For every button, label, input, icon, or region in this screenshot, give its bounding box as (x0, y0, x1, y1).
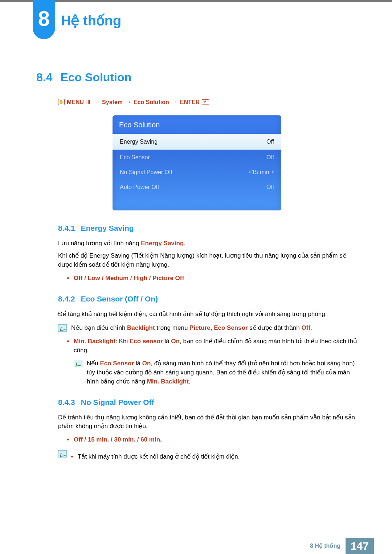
menu-grid-icon (86, 100, 91, 104)
osd-row-value: Off (266, 153, 274, 161)
footer-page-number: 147 (346, 538, 374, 554)
page-header: 8 Hệ thống (0, 0, 392, 38)
option-item: Min. Backlight: Khi Eco sensor là On, bạ… (67, 337, 358, 386)
osd-row-auto-power-off[interactable]: Auto Power Off Off (113, 180, 281, 194)
osd-row-label: Energy Saving (120, 138, 158, 146)
subsection-heading-energy-saving: 8.4.1Energy Saving (58, 223, 358, 234)
menu-path-enter: ENTER (180, 98, 200, 106)
footer-chapter-label: 8 Hệ thống (305, 538, 346, 554)
chapter-title: Hệ thống (61, 11, 121, 31)
section-title-text: Eco Solution (60, 71, 131, 84)
osd-row-value: Off (266, 183, 274, 191)
paragraph: Lưu năng lượng với tính năng Energy Savi… (58, 239, 358, 248)
menu-path-menu: MENU (67, 98, 84, 106)
page-footer: 8 Hệ thống 147 (0, 538, 392, 554)
osd-panel: Eco Solution Energy Saving Off Eco Senso… (113, 115, 281, 210)
menu-path-step-1: Eco Solution (134, 98, 169, 106)
note-text: Nếu Eco Sensor là On, độ sáng màn hình c… (87, 359, 358, 386)
chapter-number-badge: 8 (33, 0, 55, 39)
arrow-icon: → (93, 97, 100, 107)
note-text: Nếu bạn điều chỉnh Backlight trong menu … (71, 324, 358, 333)
menu-path-step-0: System (102, 98, 123, 106)
osd-row-no-signal[interactable]: No Signal Power Off 15 min. (113, 165, 281, 180)
option-list: Min. Backlight: Khi Eco sensor là On, bạ… (67, 337, 358, 386)
subsection-heading-eco-sensor: 8.4.2Eco Sensor (Off / On) (58, 294, 358, 304)
note-icon (58, 324, 67, 332)
section-number: 8.4 (36, 71, 52, 84)
paragraph: Để tránh tiêu thụ năng lượng không cần t… (58, 413, 358, 431)
option-list: Off / Low / Medium / High / Picture Off (67, 274, 358, 283)
note-block: Tắt khi máy tính được kết nối đang ở chế… (58, 450, 358, 465)
note-block: Nếu Eco Sensor là On, độ sáng màn hình c… (74, 359, 358, 386)
arrow-icon: → (171, 97, 178, 107)
option-list: Off / 15 min. / 30 min. / 60 min. (67, 435, 358, 444)
note-list-item: Tắt khi máy tính được kết nối đang ở chế… (71, 452, 358, 461)
osd-row-label: Auto Power Off (120, 183, 159, 191)
osd-title: Eco Solution (113, 115, 281, 134)
osd-row-value: Off (266, 138, 274, 146)
note-icon (58, 450, 67, 457)
osd-row-eco-sensor[interactable]: Eco Sensor Off (113, 150, 281, 165)
triangle-left-icon (249, 171, 250, 173)
paragraph: Khi chế độ Energy Saving (Tiết kiệm Năng… (58, 251, 358, 269)
section-heading: 8.4Eco Solution (36, 69, 358, 86)
paragraph: Để tăng khả năng tiết kiệm điện, cài đặt… (58, 310, 358, 319)
note-text: Tắt khi máy tính được kết nối đang ở chế… (71, 450, 358, 465)
osd-row-label: No Signal Power Off (120, 168, 172, 176)
footer-spacer (374, 538, 392, 554)
arrow-icon: → (125, 97, 131, 107)
option-item: Off / 15 min. / 30 min. / 60 min. (67, 435, 358, 444)
subsection-heading-no-signal: 8.4.3No Signal Power Off (58, 397, 358, 408)
remote-icon: ✋ (58, 99, 65, 105)
osd-row-label: Eco Sensor (120, 153, 150, 161)
note-block: Nếu bạn điều chỉnh Backlight trong menu … (58, 324, 358, 333)
triangle-right-icon (272, 171, 274, 173)
note-icon (74, 360, 82, 367)
osd-row-energy-saving[interactable]: Energy Saving Off (113, 134, 281, 149)
osd-row-value: 15 min. (249, 168, 274, 176)
page-content: 8.4Eco Solution ✋ MENU → System → Eco So… (0, 38, 392, 465)
option-item: Off / Low / Medium / High / Picture Off (67, 274, 358, 283)
enter-icon (202, 99, 209, 104)
menu-path: ✋ MENU → System → Eco Solution → ENTER (36, 97, 358, 107)
